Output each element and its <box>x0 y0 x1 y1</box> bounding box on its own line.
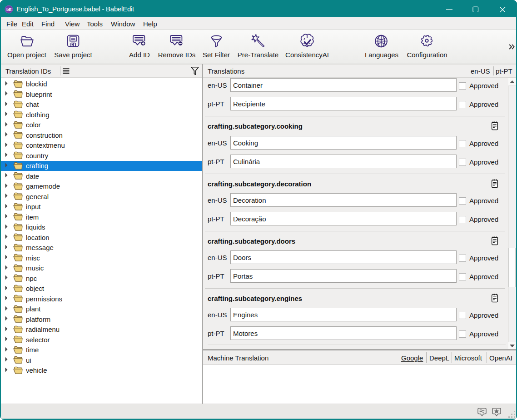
svg-text:bE: bE <box>6 7 12 12</box>
